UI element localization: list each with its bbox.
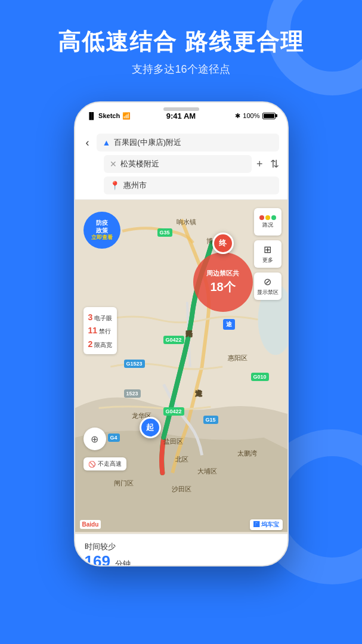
speed-camera-count: 3 电子眼 (88, 311, 113, 324)
clear-icon: ✕ (110, 159, 117, 169)
wuche-icon: 🅿 (253, 521, 259, 528)
restricted-zone-text: 周边禁区共 (206, 269, 239, 278)
nav-row-destination: 📍 惠州市 (83, 177, 279, 194)
layers-icon: ⊞ (264, 244, 271, 255)
height-limit-info: 2 限高宽 (88, 338, 113, 351)
nav-row-origin: ‹ ▲ 百果园(中康店)附近 (83, 134, 279, 151)
no-highway-button[interactable]: 🚫 不走高速 (83, 457, 126, 470)
road-badge-g15: G15 (203, 416, 218, 424)
more-button[interactable]: ⊞ 更多 (254, 240, 281, 268)
crosshair-icon: ⊕ (91, 434, 98, 445)
area-label-beiq: 北区 (175, 455, 188, 464)
road-badge-g35: G35 (157, 228, 172, 237)
wuche-badge[interactable]: 🅿 坞车宝 (250, 519, 283, 530)
speed-camera-box: 3 电子眼 11 禁行 2 限高宽 (83, 307, 117, 354)
restricted-zone-bubble: 周边禁区共 18个 (193, 252, 253, 312)
prevention-link[interactable]: 立即查看 (91, 234, 113, 242)
battery-icon (262, 113, 276, 119)
phone-mockup: ▐▌ Sketch 📶 9:41 AM ✱ 100% ‹ ▲ 百果园(中康店)附… (74, 101, 289, 566)
waypoint-text: 松英楼附近 (120, 159, 246, 169)
area-label-zha: 闸门区 (114, 479, 134, 488)
road-badge-g0422-1: G0422 (163, 336, 184, 344)
signal-bars: ▐▌ (87, 112, 97, 119)
time-value: 169 (85, 552, 110, 565)
road-badge-g4: G4 (108, 434, 120, 442)
bluetooth-icon: ✱ (235, 112, 240, 120)
end-marker: 终 (212, 233, 234, 254)
destination-input[interactable]: 📍 惠州市 (104, 177, 279, 194)
header-title: 高低速结合 路线更合理 (0, 29, 362, 56)
area-label-huiyang: 惠阳区 (228, 354, 247, 363)
area-label-dapu: 大埔区 (197, 467, 217, 476)
start-marker: 起 (140, 417, 161, 438)
more-label: 更多 (262, 256, 273, 264)
header-area: 高低速结合 路线更合理 支持多达16个途径点 (0, 0, 362, 86)
road-badge-g0422-2: G0422 (163, 407, 184, 416)
restrict-icon: ⊘ (264, 276, 271, 287)
battery-percent: 100% (243, 112, 259, 119)
traffic-button[interactable]: 路况 (254, 208, 281, 236)
waypoint-input[interactable]: ✕ 松英楼附近 (104, 155, 252, 173)
road-badge-g1523: G1523 (124, 360, 145, 368)
add-waypoint-button[interactable]: + (256, 158, 263, 171)
map-controls: 路况 ⊞ 更多 ⊘ 显示禁区 (254, 208, 281, 300)
origin-text: 百果园(中康店)附近 (114, 137, 273, 148)
nav-row-waypoint: ✕ 松英楼附近 + ⇅ (83, 155, 279, 173)
road-badge-1523: 1523 (124, 389, 141, 398)
navigation-icon: ▲ (103, 138, 111, 147)
prevention-badge[interactable]: 防疫 政策 立即查看 (83, 212, 120, 249)
traffic-label: 路况 (262, 221, 273, 229)
no-highway-icon: 🚫 (88, 461, 95, 467)
location-button[interactable]: ⊕ (83, 428, 106, 450)
back-button[interactable]: ‹ (83, 134, 92, 151)
restricted-zone-count: 18个 (210, 278, 235, 295)
restrict-label: 显示禁区 (257, 289, 279, 296)
area-label-taipeng: 太鹏湾 (237, 449, 257, 458)
status-bar: ▐▌ Sketch 📶 9:41 AM ✱ 100% (75, 103, 287, 129)
waypoint-tag: 途 (223, 319, 235, 330)
area-label-xiangshui: 响水镇 (177, 218, 196, 227)
origin-input[interactable]: ▲ 百果园(中康店)附近 (97, 134, 279, 151)
carrier-name: Sketch (98, 112, 120, 119)
navigation-bar: ‹ ▲ 百果园(中康店)附近 ✕ 松英楼附近 + ⇅ (75, 129, 287, 200)
baidu-logo: Baidu (80, 520, 101, 529)
phone-notch (163, 107, 199, 111)
destination-pin-icon: 📍 (110, 181, 120, 190)
time-value-row: 169 分钟 (85, 552, 278, 565)
sort-button[interactable]: ⇅ (270, 157, 279, 171)
status-right: ✱ 100% (235, 112, 275, 120)
map-area: 防疫 政策 立即查看 响水镇 博罗县 惠阳区 龙华区 盐田区 元朗区 北区 大埔… (75, 200, 287, 534)
bottom-panel: 时间较少 169 分钟 (75, 534, 287, 565)
status-time: 9:41 AM (166, 112, 196, 120)
map-overlay: 防疫 政策 立即查看 响水镇 博罗县 惠阳区 龙华区 盐田区 元朗区 北区 大埔… (75, 200, 287, 534)
phone-inner: ▐▌ Sketch 📶 9:41 AM ✱ 100% ‹ ▲ 百果园(中康店)附… (75, 103, 287, 565)
header-subtitle: 支持多达16个途径点 (0, 62, 362, 76)
road-badge-g010: G010 (251, 373, 269, 381)
area-label-shatin: 沙田区 (172, 485, 191, 494)
nav-actions: + ⇅ (256, 157, 279, 171)
ban-drive-info: 11 禁行 (88, 324, 113, 337)
wifi-icon: 📶 (122, 112, 131, 120)
no-highway-label: 不走高速 (98, 460, 122, 468)
restrict-button[interactable]: ⊘ 显示禁区 (254, 273, 281, 300)
destination-text: 惠州市 (123, 180, 273, 191)
area-label-yantian: 盐田区 (163, 437, 183, 446)
wuche-label: 坞车宝 (261, 521, 279, 528)
status-left: ▐▌ Sketch 📶 (87, 112, 131, 120)
time-unit: 分钟 (115, 559, 131, 565)
time-label: 时间较少 (85, 541, 116, 552)
time-info-row: 时间较少 (85, 541, 278, 552)
